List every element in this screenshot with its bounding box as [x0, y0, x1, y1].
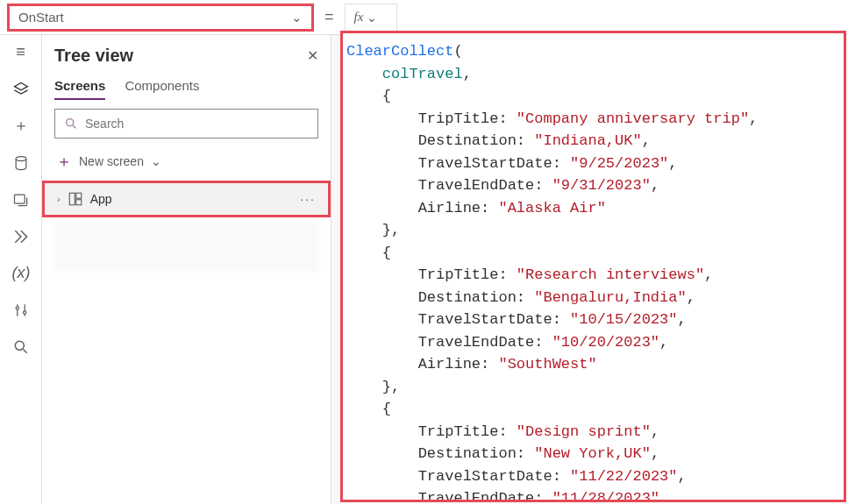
plus-icon: ＋ [56, 151, 72, 172]
data-icon[interactable] [12, 154, 30, 172]
chevron-down-icon: ⌄ [367, 11, 377, 25]
property-dropdown-value: OnStart [18, 10, 64, 25]
tree-item-label: App [90, 192, 112, 206]
search-input[interactable] [54, 109, 318, 138]
equals-label: = [324, 8, 334, 26]
flows-icon[interactable] [12, 228, 30, 245]
canvas-area: ClearCollect( colTravel, { TripTitle: "C… [331, 35, 848, 504]
svg-point-0 [16, 157, 26, 161]
tree-item-app[interactable]: › App ··· [45, 183, 328, 215]
variables-icon[interactable]: (x) [12, 265, 30, 282]
close-icon[interactable]: ✕ [307, 47, 318, 64]
tab-screens[interactable]: Screens [54, 78, 105, 100]
chevron-right-icon: › [57, 194, 61, 204]
formula-code[interactable]: ClearCollect( colTravel, { TripTitle: "C… [346, 40, 840, 502]
property-dropdown[interactable]: OnStart ⌄ [7, 4, 314, 32]
formula-editor[interactable]: ClearCollect( colTravel, { TripTitle: "C… [340, 31, 846, 502]
tree-view-title: Tree view [54, 46, 133, 66]
svg-point-2 [16, 307, 18, 309]
chevron-down-icon: ⌄ [291, 10, 303, 25]
hamburger-icon[interactable]: ≡ [12, 44, 30, 61]
new-screen-label: New screen [79, 154, 144, 168]
ellipsis-icon[interactable]: ··· [300, 192, 316, 206]
search-icon[interactable] [12, 338, 30, 356]
svg-rect-1 [14, 195, 25, 203]
plus-icon[interactable]: ＋ [12, 117, 30, 135]
app-icon [68, 191, 83, 207]
fx-dropdown[interactable]: fx ⌄ [345, 4, 397, 32]
chevron-down-icon: ⌄ [151, 154, 161, 168]
media-icon[interactable] [12, 191, 30, 209]
svg-rect-6 [69, 193, 75, 205]
left-rail: ≡ ＋ (x) [0, 35, 42, 504]
svg-point-3 [23, 311, 25, 314]
svg-rect-8 [75, 200, 81, 205]
svg-point-5 [67, 119, 74, 126]
tree-view-panel: Tree view ✕ Screens Components ＋ New scr… [42, 35, 331, 504]
settings-icon[interactable] [12, 302, 30, 319]
svg-rect-7 [75, 193, 81, 198]
blurred-items [54, 223, 318, 272]
new-screen-button[interactable]: ＋ New screen ⌄ [54, 147, 318, 175]
tab-components[interactable]: Components [125, 78, 199, 100]
svg-point-4 [15, 341, 24, 350]
search-icon [64, 117, 78, 131]
fx-label: fx [354, 10, 364, 25]
search-field[interactable] [85, 117, 309, 131]
layers-icon[interactable] [12, 81, 30, 98]
